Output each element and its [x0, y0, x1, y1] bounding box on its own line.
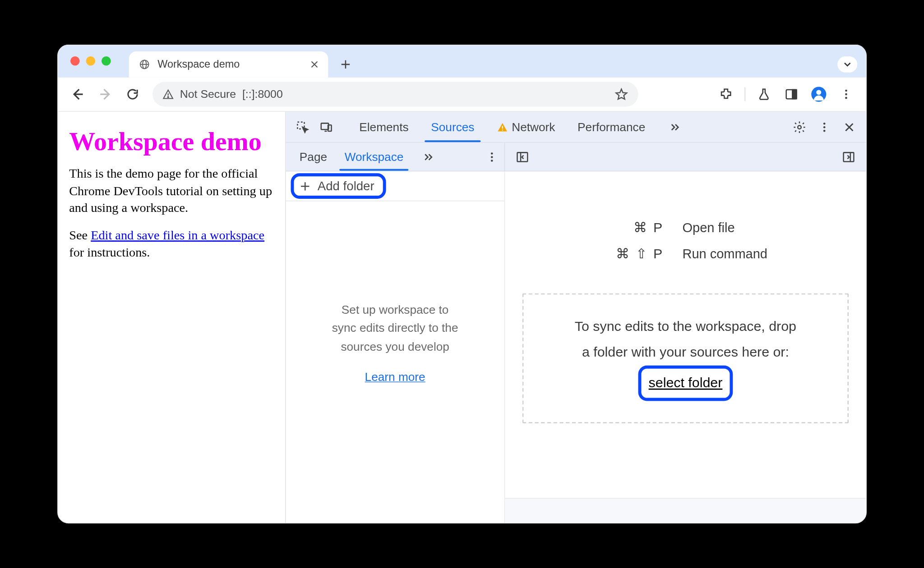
inspect-element-button[interactable]	[292, 116, 313, 137]
forward-button[interactable]	[94, 83, 116, 105]
svg-point-14	[798, 125, 801, 129]
learn-more-link[interactable]: Learn more	[305, 368, 486, 387]
add-folder-button[interactable]: Add folder	[291, 173, 386, 199]
svg-point-2	[168, 96, 169, 97]
side-panel-button[interactable]	[780, 83, 803, 105]
content-area: Workspace demo This is the demo page for…	[58, 112, 866, 523]
show-debugger-button[interactable]	[837, 146, 860, 168]
window-controls	[70, 56, 111, 66]
add-folder-label: Add folder	[318, 179, 374, 193]
add-folder-row: Add folder	[286, 171, 504, 201]
maximize-window-button[interactable]	[102, 56, 111, 66]
bookmark-star-icon[interactable]	[614, 87, 628, 101]
devtools-tabs: Elements Sources Network Performance	[348, 112, 693, 142]
editor-pane: ⌘ P Open file ⌘ ⇧ P Run command To sync …	[505, 171, 866, 523]
devtools-menu-button[interactable]	[814, 116, 835, 137]
tab-strip: Workspace demo	[58, 45, 866, 78]
svg-rect-13	[502, 129, 503, 130]
select-folder-button[interactable]: select folder	[638, 365, 733, 401]
url-text: [::]:8000	[242, 88, 283, 101]
subtab-page[interactable]: Page	[291, 143, 336, 171]
devtools-panel: Elements Sources Network Performance	[285, 112, 866, 523]
tabs-overflow-button[interactable]	[656, 112, 694, 142]
svg-rect-11	[328, 124, 332, 131]
subtabs-overflow-button[interactable]	[412, 143, 445, 171]
page-paragraph-2: See Edit and save files in a workspace f…	[69, 227, 274, 261]
toolbar-divider	[745, 87, 745, 101]
svg-point-20	[491, 160, 493, 162]
page-heading: Workspace demo	[69, 127, 274, 156]
devtools-settings-button[interactable]	[789, 116, 810, 137]
svg-point-17	[823, 129, 826, 132]
devtools-close-button[interactable]	[839, 116, 860, 137]
browser-window: Workspace demo Not Secure [::]:8000	[57, 45, 867, 524]
svg-point-19	[491, 156, 493, 158]
device-toolbar-button[interactable]	[316, 116, 337, 137]
workspace-help-text: Set up workspace to sync edits directly …	[286, 301, 504, 386]
workspace-docs-link[interactable]: Edit and save files in a workspace	[91, 228, 264, 242]
svg-point-7	[845, 93, 847, 96]
browser-menu-button[interactable]	[835, 83, 858, 105]
show-navigator-button[interactable]	[511, 146, 534, 168]
tab-performance[interactable]: Performance	[566, 112, 656, 142]
sources-navigator-tabs: Page Workspace	[286, 143, 505, 171]
tab-title: Workspace demo	[157, 58, 240, 71]
navigator-pane: Add folder Set up workspace to sync edit…	[286, 171, 505, 523]
minimize-window-button[interactable]	[86, 56, 95, 66]
editor-footer	[505, 498, 866, 523]
page-viewport: Workspace demo This is the demo page for…	[58, 112, 285, 523]
sources-subtoolbar: Page Workspace	[286, 143, 866, 171]
svg-point-8	[845, 97, 847, 99]
address-bar[interactable]: Not Secure [::]:8000	[152, 82, 638, 107]
svg-point-18	[491, 152, 493, 154]
navigator-menu-button[interactable]	[480, 143, 504, 171]
warning-triangle-icon	[497, 121, 508, 133]
devtools-toolbar: Elements Sources Network Performance	[286, 112, 866, 143]
page-paragraph-1: This is the demo page for the official C…	[69, 165, 274, 217]
globe-icon	[139, 59, 150, 70]
warning-icon	[162, 89, 174, 100]
sources-body: Add folder Set up workspace to sync edit…	[286, 171, 866, 523]
svg-point-15	[823, 122, 826, 124]
shortcut-hints: ⌘ P Open file ⌘ ⇧ P Run command	[505, 220, 866, 262]
tab-sources[interactable]: Sources	[420, 112, 485, 142]
reload-button[interactable]	[121, 83, 144, 105]
shortcut-open-file: ⌘ P Open file	[564, 220, 807, 236]
back-button[interactable]	[67, 83, 89, 105]
shortcut-label: Run command	[683, 247, 807, 261]
svg-point-16	[823, 126, 826, 128]
tab-network[interactable]: Network	[485, 112, 566, 142]
browser-toolbar: Not Secure [::]:8000	[58, 78, 866, 112]
close-tab-button[interactable]	[310, 60, 319, 69]
profile-button[interactable]	[808, 83, 830, 105]
new-tab-button[interactable]	[334, 53, 357, 76]
plus-icon	[299, 180, 311, 192]
browser-tab[interactable]: Workspace demo	[129, 51, 328, 78]
shortcut-run-command: ⌘ ⇧ P Run command	[564, 246, 807, 262]
extensions-button[interactable]	[715, 83, 737, 105]
tab-elements[interactable]: Elements	[348, 112, 420, 142]
svg-rect-4	[793, 90, 797, 99]
shortcut-keys: ⌘ ⇧ P	[564, 246, 664, 262]
avatar-icon	[811, 87, 826, 102]
svg-rect-12	[502, 125, 503, 128]
shortcut-keys: ⌘ P	[564, 220, 664, 236]
subtab-workspace[interactable]: Workspace	[336, 143, 412, 171]
shortcut-label: Open file	[683, 220, 807, 235]
not-secure-label: Not Secure	[180, 88, 236, 101]
svg-point-6	[845, 90, 847, 92]
labs-button[interactable]	[753, 83, 775, 105]
svg-point-5	[816, 90, 821, 95]
workspace-drop-zone[interactable]: To sync edits to the workspace, drop a f…	[522, 293, 849, 424]
tab-overflow-button[interactable]	[837, 56, 857, 73]
close-window-button[interactable]	[70, 56, 80, 66]
